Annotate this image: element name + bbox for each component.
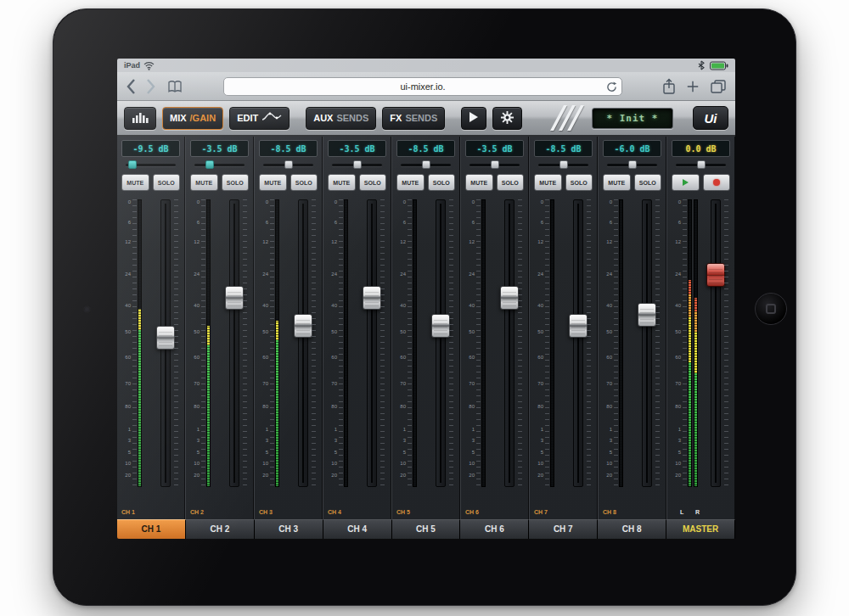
master-play-button[interactable] [672,174,700,191]
fader-handle[interactable] [294,314,312,338]
pan-handle[interactable] [491,160,499,169]
mute-button[interactable]: MUTE [465,174,493,191]
channel-tab[interactable]: CH 2 [186,519,255,539]
pan-slider[interactable] [401,160,451,171]
pan-slider[interactable] [469,160,520,171]
preset-display[interactable]: * Init * [592,108,673,129]
scale-mark: 60 [675,355,681,360]
solo-button[interactable]: SOLO [497,174,525,191]
edit-button[interactable]: EDIT [229,107,290,130]
channel-tab[interactable]: CH 4 [323,519,392,539]
fader-handle[interactable] [156,326,175,350]
fader-track[interactable] [298,199,308,487]
db-readout: -8.5 dB [396,140,455,157]
fader-scale: 06122440506070801351020 [601,199,613,487]
solo-button[interactable]: SOLO [290,174,318,191]
fader-handle[interactable] [706,263,725,287]
fader-handle[interactable] [431,314,450,338]
pan-slider[interactable] [607,160,657,171]
channel-tab[interactable]: CH 7 [529,519,598,539]
mute-button[interactable]: MUTE [328,174,356,191]
db-readout: -8.5 dB [534,140,593,157]
pan-handle[interactable] [353,160,362,169]
fader-slot [509,204,510,483]
pan-slider[interactable] [194,160,245,171]
aux-sends-button[interactable]: AUXSENDS [306,107,376,130]
scale-mark: 60 [194,355,200,360]
mute-button[interactable]: MUTE [396,174,424,191]
settings-button[interactable] [492,107,522,130]
master-record-button[interactable] [703,174,731,191]
fader-track[interactable] [367,199,377,487]
fader-track[interactable] [436,199,446,487]
bookmarks-icon[interactable] [166,80,183,93]
channel-tab[interactable]: CH 1 [117,519,186,539]
solo-button[interactable]: SOLO [428,174,456,191]
scale-mark: 6 [266,220,268,225]
pan-slider[interactable] [263,160,313,171]
channel-tab[interactable]: CH 8 [598,519,666,539]
solo-button[interactable]: SOLO [153,174,181,191]
back-button[interactable] [126,78,136,95]
tick-ruler-left [132,199,137,487]
new-tab-icon[interactable] [686,80,700,93]
fader-handle[interactable] [569,314,588,338]
pan-slider[interactable] [332,160,382,171]
pan-slider[interactable] [676,160,726,171]
channel-tab[interactable]: CH 6 [460,519,529,539]
fader-track[interactable] [573,199,583,487]
channel-tab[interactable]: CH 3 [255,519,323,539]
pan-handle[interactable] [128,160,137,169]
scale-mark: 70 [194,381,200,386]
mute-button[interactable]: MUTE [121,174,149,191]
tabs-icon[interactable] [710,79,727,94]
forward-button[interactable] [146,78,156,95]
fader-handle[interactable] [363,286,381,310]
mute-button[interactable]: MUTE [190,174,218,191]
pan-track [194,164,245,166]
meters-view-button[interactable] [124,107,156,130]
scale-mark: 3 [610,438,612,443]
fader-slot [715,204,717,483]
url-field[interactable]: ui-mixer.io. [223,77,622,96]
mix-gain-button[interactable]: MIX/GAIN [162,107,223,130]
scale-mark: 0 [403,199,406,204]
pan-slider[interactable] [126,160,176,171]
scale-mark: 80 [400,404,406,409]
fader-slot [440,204,441,483]
channel-tab[interactable]: CH 5 [392,519,461,539]
solo-button[interactable]: SOLO [222,174,250,191]
fader-track[interactable] [504,199,514,487]
pan-handle[interactable] [205,160,214,169]
fx-sends-button[interactable]: FXSENDS [382,107,445,130]
fader-track[interactable] [642,199,652,487]
refresh-icon[interactable] [606,81,617,94]
pan-handle[interactable] [559,160,568,169]
pan-slider[interactable] [538,160,588,171]
fader-handle[interactable] [225,286,244,310]
db-readout: -3.5 dB [328,140,386,157]
fader-handle[interactable] [500,286,519,310]
scale-mark: 6 [678,220,681,225]
fader-track[interactable] [229,199,239,487]
player-button[interactable] [461,107,486,130]
pan-handle[interactable] [628,160,637,169]
mute-button[interactable]: MUTE [259,174,287,191]
fader-track[interactable] [160,199,171,487]
solo-button[interactable]: SOLO [359,174,387,191]
channel-tab[interactable]: MASTER [666,519,735,539]
solo-button[interactable]: SOLO [634,174,662,191]
level-meter [275,199,279,487]
mute-button[interactable]: MUTE [534,174,562,191]
scale-mark: 5 [678,450,681,455]
pan-handle[interactable] [697,160,706,169]
fader-handle[interactable] [638,303,656,327]
pan-handle[interactable] [284,160,293,169]
mute-button[interactable]: MUTE [603,174,631,191]
home-button[interactable] [755,293,787,325]
pan-handle[interactable] [422,160,430,169]
fader-track[interactable] [711,199,721,487]
share-icon[interactable] [662,78,676,95]
solo-button[interactable]: SOLO [565,174,593,191]
scale-mark: 10 [194,461,200,466]
